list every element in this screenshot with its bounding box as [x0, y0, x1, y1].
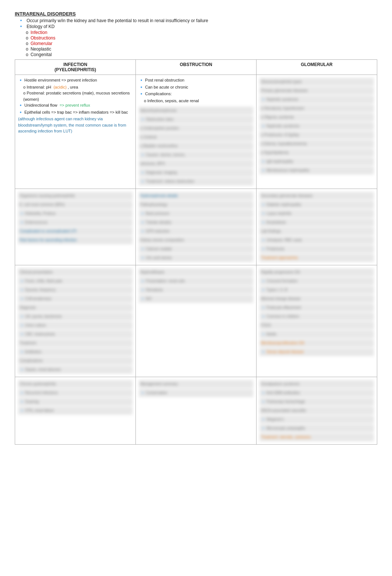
bullet-text-2: Etiology of KD: [27, 24, 55, 29]
col-header-glomerular: GLOMERULAR: [257, 60, 377, 75]
infection-line-2: o Intrarenal: pH (acidic) , urea: [23, 84, 133, 90]
glomerular-label: Glomerular: [31, 41, 52, 46]
bullet-char-2: 🔹: [18, 24, 24, 29]
header-glomerular: GLOMERULAR: [259, 62, 374, 67]
infection-cell-3: Clinical presentation 🔹 Fever, chills, f…: [15, 265, 136, 377]
glomerular-cell-2: Secondary glomerular diseases 🔹 Diabetic…: [257, 189, 377, 265]
obstruction-blurred-3: Nephrolithiasis 🔹 Presentation: renal co…: [139, 268, 253, 303]
infection-cell: 🔹 Hostile environment => prevent infecti…: [15, 75, 136, 189]
infection-line-4: 🔹 Unidirectional flow => prevent reflux: [18, 102, 133, 108]
infection-cell-2: Organisms causing pyelonephritis E. coli…: [15, 189, 136, 265]
neoplastic-label: Neoplastic: [31, 46, 51, 52]
infection-content: 🔹 Hostile environment => prevent infecti…: [18, 77, 133, 134]
obs-line-4: o Infection, sepsis, acute renal: [144, 98, 253, 104]
congenital-label: Congenital: [31, 52, 52, 57]
obstruction-content: 🔹 Post renal obstruction 🔹 Can be acute …: [139, 77, 253, 186]
header-infection: INFECTION: [18, 62, 133, 67]
page-title: INTRARENAL DISORDERS: [15, 11, 377, 17]
infection-line-6: (although infectious agent can reach kid…: [18, 116, 133, 134]
glomerular-cell-4: Goodpasture syndrome 🔹 Anti-GBM antibodi…: [257, 377, 377, 445]
bullet-item-2: 🔹 Etiology of KD: [18, 24, 377, 29]
obs-line-2: 🔹 Can be acute or chronic: [139, 84, 253, 90]
obstruction-blurred-4: Management summary 🔹 Conservative: [139, 380, 253, 397]
subheader-infection: (PYELONEPHRITIS): [18, 67, 133, 72]
obstruction-cell-3: Nephrolithiasis 🔹 Presentation: renal co…: [136, 265, 257, 377]
sub-item-congenital: o Congenital: [26, 52, 377, 57]
sub-item-infection: o Infection: [26, 30, 377, 35]
bullet-item-1: 🔹 Occur primarily w/in the kidney and ha…: [18, 18, 377, 23]
obs-line-3: 🔹 Complications:: [139, 91, 253, 97]
infection-line-1: 🔹 Hostile environment => prevent infecti…: [18, 77, 133, 83]
infection-label: Infection: [31, 30, 47, 35]
sub-item-glomerular: o Glomerular: [26, 41, 377, 46]
obs-line-1: 🔹 Post renal obstruction: [139, 77, 253, 83]
infection-blurred-4: Chronic pyelonephritis 🔹 Recurrent infec…: [18, 380, 133, 415]
content-row-2: Organisms causing pyelonephritis E. coli…: [15, 189, 377, 265]
etiology-list: o Infection o Obstructions o Glomerular …: [26, 30, 377, 57]
obstruction-cell-2: Hydronephrosis details Pathophysiology 🔹…: [136, 189, 257, 265]
obstruction-cell-4: Management summary 🔹 Conservative: [136, 377, 257, 445]
obstruction-cell: 🔹 Post renal obstruction 🔹 Can be acute …: [136, 75, 257, 189]
infection-cell-4: Chronic pyelonephritis 🔹 Recurrent infec…: [15, 377, 136, 445]
sub-item-obstructions: o Obstructions: [26, 35, 377, 41]
content-row-4: Chronic pyelonephritis 🔹 Recurrent infec…: [15, 377, 377, 445]
obstruction-blurred-2: Hydronephrosis details Pathophysiology 🔹…: [139, 192, 253, 262]
obstructions-label: Obstructions: [31, 35, 55, 41]
glomerular-blurred-4: Goodpasture syndrome 🔹 Anti-GBM antibodi…: [259, 380, 374, 441]
content-row-3: Clinical presentation 🔹 Fever, chills, f…: [15, 265, 377, 377]
obs-blurred-area: failure/hydronephrosis 🔹 Obstruction sit…: [139, 107, 253, 186]
infection-blurred-3: Clinical presentation 🔹 Fever, chills, f…: [18, 268, 133, 374]
glomerular-cell-3: Rapidly progressive GN 🔹 Crescent format…: [257, 265, 377, 377]
glomerular-blurred-2: Secondary glomerular diseases 🔹 Diabetic…: [259, 192, 374, 262]
glomerular-cell: Glomerulonephritis types Primary glomeru…: [257, 75, 377, 189]
main-table: INFECTION (PYELONEPHRITIS) OBSTRUCTION G…: [15, 59, 377, 445]
infection-line-5: 🔹 Epithelial cells => trap bac => inflam…: [18, 109, 133, 115]
prevent-reflux-text: => prevent reflux: [59, 102, 90, 108]
content-row-1: 🔹 Hostile environment => prevent infecti…: [15, 75, 377, 189]
bullet-char-1: 🔹: [18, 18, 24, 23]
infection-blurred-2: Organisms causing pyelonephritis E. coli…: [18, 192, 133, 244]
col-header-infection: INFECTION (PYELONEPHRITIS): [15, 60, 136, 75]
col-header-obstruction: OBSTRUCTION: [136, 60, 257, 75]
infection-line-3: o Postrenal: prostatic secretions (male)…: [23, 90, 133, 102]
header-obstruction: OBSTRUCTION: [139, 62, 253, 67]
acidic-text: (acidic): [54, 85, 66, 89]
glomerular-blurred-3: Rapidly progressive GN 🔹 Crescent format…: [259, 268, 374, 356]
sub-item-neoplastic: o Neoplastic: [26, 46, 377, 52]
glomerular-blurred: Glomerulonephritis types Primary glomeru…: [259, 78, 374, 175]
bullet-text-1: Occur primarily w/in the kidney and have…: [27, 18, 208, 23]
